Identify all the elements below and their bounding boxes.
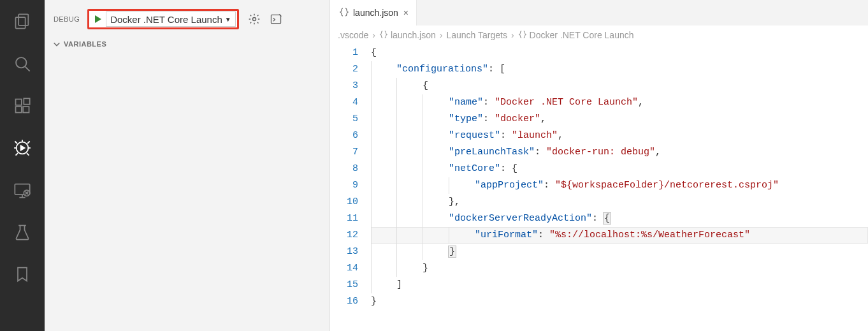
json-file-icon (339, 7, 349, 19)
debug-title: DEBUG (54, 15, 80, 23)
chevron-right-icon: › (440, 30, 443, 40)
extensions-icon[interactable] (12, 96, 33, 116)
debug-config-group: Docker .NET Core Launch (87, 9, 239, 29)
svg-marker-9 (21, 146, 25, 151)
tab-bar: launch.json × (330, 0, 868, 26)
variables-section-header[interactable]: VARIABLES (45, 36, 329, 52)
svg-marker-17 (95, 15, 101, 23)
code-editor[interactable]: 1 2 3 4 5 6 7 8 9 10 11 12 13 14 15 16 {… (330, 45, 868, 331)
bookmark-icon[interactable] (12, 264, 33, 284)
svg-rect-19 (271, 15, 280, 23)
svg-rect-0 (18, 14, 28, 26)
json-file-icon (379, 30, 388, 41)
tab-filename: launch.json (353, 8, 398, 18)
svg-line-3 (25, 67, 30, 71)
line-number-gutter: 1 2 3 4 5 6 7 8 9 10 11 12 13 14 15 16 (330, 45, 371, 331)
beaker-icon[interactable] (12, 222, 33, 242)
svg-rect-4 (16, 99, 22, 105)
variables-label: VARIABLES (64, 40, 106, 48)
close-icon[interactable]: × (402, 6, 410, 19)
chevron-down-icon (52, 40, 61, 48)
breadcrumb-item: Docker .NET Core Launch (518, 30, 634, 41)
svg-point-2 (16, 57, 26, 68)
svg-rect-7 (24, 98, 29, 104)
json-object-icon (518, 30, 527, 41)
debug-header: DEBUG Docker .NET Core Launch (45, 0, 329, 36)
code-content[interactable]: { "configurations": [ { "name": "Docker … (371, 45, 868, 331)
svg-point-18 (252, 18, 256, 21)
breadcrumb-item: Launch Targets (446, 30, 507, 40)
start-debug-button[interactable] (90, 14, 106, 24)
breadcrumb-item: .vscode (338, 30, 368, 40)
breadcrumb-item: launch.json (379, 30, 436, 41)
debug-config-select[interactable]: Docker .NET Core Launch (106, 11, 236, 27)
gear-icon[interactable] (248, 13, 261, 26)
chevron-right-icon: › (372, 30, 375, 40)
chevron-right-icon: › (511, 30, 514, 40)
svg-rect-6 (23, 107, 29, 112)
remote-icon[interactable] (12, 180, 33, 200)
activity-bar (0, 0, 45, 331)
svg-rect-1 (16, 17, 25, 29)
editor-area: launch.json × .vscode › launch.json › La… (330, 0, 868, 331)
svg-rect-5 (16, 107, 22, 112)
debug-config-selected: Docker .NET Core Launch (110, 14, 222, 25)
tab-launch-json[interactable]: launch.json × (330, 0, 417, 26)
breadcrumb[interactable]: .vscode › launch.json › Launch Targets ›… (330, 26, 868, 45)
debug-console-icon[interactable] (270, 13, 282, 26)
explorer-icon[interactable] (12, 11, 33, 32)
search-icon[interactable] (12, 54, 33, 74)
debug-icon[interactable] (12, 138, 33, 158)
debug-side-panel: DEBUG Docker .NET Core Launch VARIABLES (45, 0, 330, 331)
